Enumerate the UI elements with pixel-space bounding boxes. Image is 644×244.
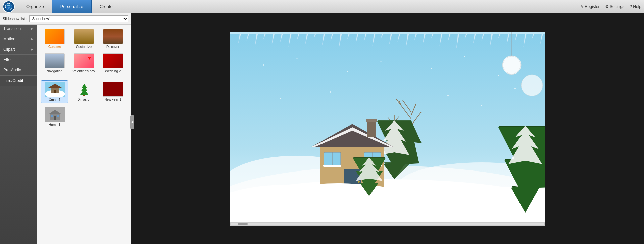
svg-rect-16 — [51, 115, 53, 117]
theme-thumb-valentines — [74, 53, 94, 68]
sidebar-item-transition[interactable]: Transition ▶ — [0, 23, 37, 34]
transition-arrow-icon: ▶ — [31, 27, 33, 30]
nav-tabs: Organize Personalize Create — [18, 0, 121, 13]
theme-thumb-wedding2 — [103, 53, 123, 68]
theme-item-custom[interactable]: Custom — [41, 28, 68, 50]
theme-item-customize[interactable]: Customize — [70, 28, 97, 50]
theme-label-home: Home 1 — [49, 123, 60, 127]
sidebar-item-motion-label: Motion — [3, 37, 15, 41]
theme-thumb-xmas5 — [74, 82, 94, 97]
svg-rect-11 — [83, 95, 85, 96]
svg-rect-96 — [366, 119, 377, 122]
theme-thumb-discover — [103, 29, 123, 44]
svg-point-99 — [347, 71, 348, 72]
svg-point-103 — [498, 75, 499, 76]
scrollbar-track — [231, 223, 545, 225]
sidebar-item-introcredit-label: Intro/Credit — [3, 78, 23, 83]
settings-icon: ⚙ — [605, 4, 610, 9]
svg-point-1 — [8, 7, 10, 9]
theme-thumb-custom — [45, 29, 65, 44]
svg-point-105 — [330, 91, 331, 93]
theme-thumb-customize — [74, 29, 94, 44]
left-sidebar: Transition ▶ Motion ▶ Clipart ▶ Effect P… — [0, 13, 37, 244]
theme-item-xmas4[interactable]: Xmas 4 — [41, 80, 68, 103]
register-icon: ✎ — [580, 4, 585, 9]
help-link[interactable]: ? Help — [630, 4, 641, 9]
slideshow-label: Slideshow list : — [3, 17, 27, 21]
tab-create[interactable]: Create — [92, 0, 121, 13]
theme-grid: Custom Customize Discover Navigation Val… — [40, 26, 128, 129]
content-panel: Custom Customize Discover Navigation Val… — [37, 23, 131, 244]
register-link[interactable]: ✎ Register — [580, 4, 600, 9]
theme-thumb-navigation — [45, 53, 65, 68]
sidebar-item-motion[interactable]: Motion ▶ — [0, 34, 37, 44]
svg-point-106 — [397, 101, 398, 102]
svg-rect-17 — [57, 115, 59, 117]
svg-point-61 — [503, 56, 521, 74]
svg-rect-95 — [367, 120, 376, 137]
svg-point-100 — [380, 61, 381, 62]
sidebar-item-preaudio[interactable]: Pre-Audio — [0, 65, 37, 76]
sidebar-item-effect-label: Effect — [3, 57, 13, 62]
svg-point-97 — [263, 64, 264, 66]
preview-area — [131, 13, 644, 244]
theme-label-valentines: Valentine's day 1 — [71, 69, 96, 77]
theme-label-newyear: New year 1 — [104, 98, 121, 101]
top-bar-right: ✎ Register ⚙ Settings ? Help — [580, 4, 641, 9]
theme-thumb-newyear — [103, 82, 123, 97]
theme-label-xmas4: Xmas 4 — [49, 98, 60, 102]
svg-point-62 — [521, 75, 543, 96]
svg-point-104 — [280, 98, 281, 99]
svg-rect-15 — [54, 116, 56, 120]
theme-label-discover: Discover — [106, 45, 119, 49]
theme-label-custom: Custom — [48, 45, 61, 49]
theme-item-navigation[interactable]: Navigation — [41, 52, 68, 78]
collapse-icon: ◀ — [131, 120, 133, 124]
app-logo — [3, 1, 15, 13]
svg-point-102 — [464, 56, 465, 57]
winter-scene-svg — [230, 32, 545, 226]
svg-rect-58 — [230, 32, 545, 34]
settings-link[interactable]: ⚙ Settings — [605, 4, 625, 9]
svg-point-101 — [431, 68, 432, 69]
sidebar-item-effect[interactable]: Effect — [0, 55, 37, 65]
svg-point-98 — [296, 58, 297, 59]
sidebar-items: Transition ▶ Motion ▶ Clipart ▶ Effect P… — [0, 23, 37, 86]
svg-point-86 — [358, 181, 360, 183]
theme-label-customize: Customize — [76, 45, 92, 49]
theme-label-xmas5: Xmas 5 — [78, 98, 90, 101]
sidebar-item-introcredit[interactable]: Intro/Credit — [0, 76, 37, 86]
svg-point-109 — [514, 88, 516, 89]
sidebar-item-clipart[interactable]: Clipart ▶ — [0, 44, 37, 55]
theme-item-discover[interactable]: Discover — [99, 28, 127, 50]
collapse-panel-button[interactable]: ◀ — [130, 115, 134, 129]
theme-item-home[interactable]: Home 1 — [41, 105, 68, 128]
theme-thumb-home — [45, 107, 65, 122]
svg-point-108 — [481, 105, 482, 106]
preview-canvas — [230, 32, 545, 226]
theme-thumb-xmas4 — [45, 82, 65, 97]
theme-label-wedding2: Wedding 2 — [105, 69, 121, 73]
scrollbar-thumb[interactable] — [238, 223, 248, 225]
theme-item-xmas5[interactable]: Xmas 5 — [70, 80, 97, 103]
preview-scrollbar[interactable] — [230, 222, 545, 226]
theme-item-newyear[interactable]: New year 1 — [99, 80, 127, 103]
main-layout: Slideshow list : Slideshow1 Transition ▶… — [0, 13, 644, 244]
svg-rect-6 — [54, 90, 56, 93]
svg-rect-93 — [323, 165, 341, 167]
theme-item-valentines[interactable]: Valentine's day 1 — [70, 52, 97, 78]
help-icon: ? — [630, 4, 633, 9]
theme-item-wedding2[interactable]: Wedding 2 — [99, 52, 127, 78]
tab-personalize[interactable]: Personalize — [52, 0, 92, 13]
sidebar-item-preaudio-label: Pre-Audio — [3, 68, 21, 72]
slideshow-bar: Slideshow list : Slideshow1 — [0, 13, 131, 25]
svg-point-107 — [447, 95, 449, 96]
slideshow-select[interactable]: Slideshow1 — [29, 15, 128, 22]
clipart-arrow-icon: ▶ — [31, 48, 33, 51]
top-bar: Organize Personalize Create ✎ Register ⚙… — [0, 0, 644, 13]
theme-label-navigation: Navigation — [47, 69, 62, 73]
sidebar-item-transition-label: Transition — [3, 26, 21, 31]
sidebar-item-clipart-label: Clipart — [3, 47, 15, 52]
motion-arrow-icon: ▶ — [31, 37, 33, 41]
tab-organize[interactable]: Organize — [18, 0, 52, 13]
